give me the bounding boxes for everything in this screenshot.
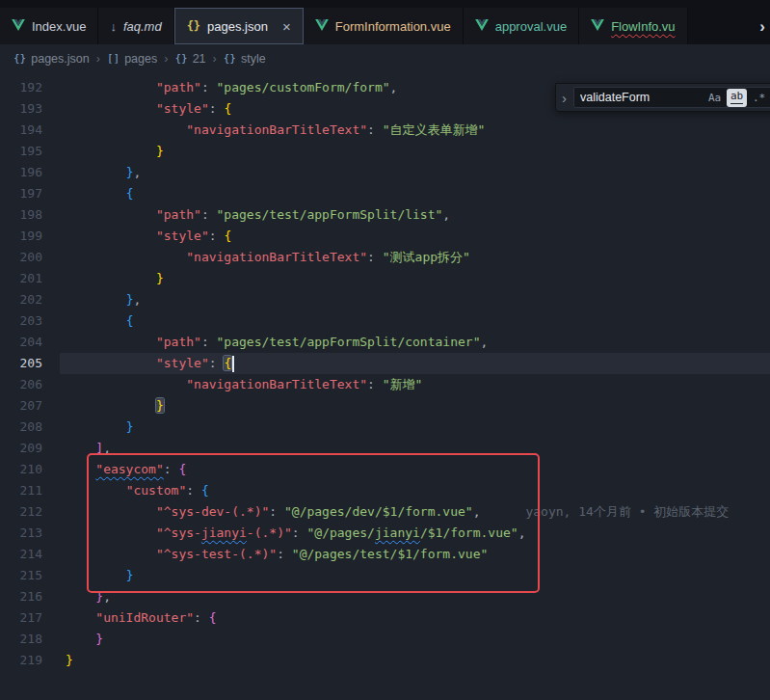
tab-approval-vue[interactable]: approval.vue [464, 8, 579, 44]
code-line-218[interactable]: 218 } [0, 629, 770, 650]
line-content: "custom": { [42, 480, 209, 501]
code-token: } [126, 419, 134, 434]
code-token: "easycom" [95, 462, 163, 476]
line-content: "uniIdRouter": { [42, 607, 217, 629]
code-token: : [186, 483, 201, 498]
code-line-212[interactable]: 212 "^sys-dev-(.*)": "@/pages/dev/$1/for… [0, 501, 770, 523]
code-line-211[interactable]: 211 "custom": { [0, 480, 770, 501]
code-line-197[interactable]: 197 { [0, 183, 770, 204]
code-token: "pages/test/appFormSplit/list" [217, 207, 443, 222]
code-line-210[interactable]: 210 "easycom": { [0, 459, 770, 480]
line-content: } [42, 141, 164, 162]
line-number: 195 [0, 141, 42, 162]
line-number: 215 [0, 565, 42, 586]
line-number: 198 [0, 204, 42, 226]
breadcrumb-item-21[interactable]: {}21 [174, 52, 205, 66]
code-line-199[interactable]: 199 "style": { [0, 226, 770, 247]
vue-icon [12, 19, 25, 34]
breadcrumb-separator: › [96, 52, 100, 66]
code-token: "^sys-test-(.*)" [156, 547, 277, 561]
text-cursor [232, 356, 234, 372]
code-token: , [390, 80, 398, 94]
code-token: { [126, 186, 134, 201]
find-option-match-case-icon[interactable]: Aa [704, 89, 725, 107]
code-token: "style" [156, 229, 209, 243]
code-line-194[interactable]: 194 "navigationBarTitleText": "自定义表单新增" [0, 120, 770, 141]
find-input[interactable]: validateForm Aaab.* [573, 87, 770, 108]
breadcrumb-item-style[interactable]: {}style [224, 52, 266, 66]
code-line-205[interactable]: 205 "style": { [0, 353, 770, 374]
code-token: : [164, 462, 179, 476]
tab-flow-info-vue[interactable]: FlowInfo.vu [579, 8, 687, 44]
find-option-whole-word-icon[interactable]: ab [727, 89, 747, 107]
code-token: , [442, 207, 450, 222]
code-line-206[interactable]: 206 "navigationBarTitleText": "新增" [0, 374, 770, 395]
code-token: ] [95, 441, 103, 455]
code-token: { [178, 462, 186, 476]
tab-label: pages.json [207, 19, 268, 34]
close-icon[interactable]: × [282, 19, 291, 34]
line-number: 200 [0, 247, 42, 268]
line-content: } [42, 565, 133, 586]
line-number: 206 [0, 374, 42, 395]
code-line-213[interactable]: 213 "^sys-jianyi-(.*)": "@/pages/jianyi/… [0, 523, 770, 544]
line-number: 207 [0, 395, 42, 417]
code-line-208[interactable]: 208 } [0, 417, 770, 438]
line-number: 209 [0, 438, 42, 459]
line-content: { [42, 183, 133, 204]
line-number: 196 [0, 162, 42, 183]
line-number: 208 [0, 417, 42, 438]
breadcrumb-item-pages[interactable]: []pages [107, 52, 157, 66]
tab-index-vue[interactable]: Index.vue [0, 8, 98, 44]
find-toggle-chevron-icon[interactable]: › [562, 90, 567, 106]
line-content: "navigationBarTitleText": "测试app拆分" [42, 247, 470, 268]
tab-pages-json[interactable]: {}pages.json× [174, 8, 304, 44]
code-token: : [292, 525, 307, 540]
find-option-regex-icon[interactable]: .* [749, 89, 769, 107]
code-area[interactable]: 192 "path": "pages/customForm/form",193 … [0, 72, 770, 671]
code-token: : [277, 547, 292, 561]
code-line-202[interactable]: 202 }, [0, 289, 770, 310]
line-number: 214 [0, 544, 42, 565]
tab-form-information-vue[interactable]: FormInformation.vue [304, 8, 464, 44]
code-token: "style" [156, 356, 209, 370]
code-line-204[interactable]: 204 "path": "pages/test/appFormSplit/con… [0, 332, 770, 353]
line-number: 213 [0, 523, 42, 544]
code-token: , [518, 525, 526, 540]
line-number: 192 [0, 77, 42, 98]
line-content: } [42, 395, 164, 417]
code-token: "path" [156, 80, 201, 94]
code-line-209[interactable]: 209 ], [0, 438, 770, 459]
code-token: "^sys-dev-(.*)" [156, 504, 269, 519]
code-token: : [209, 101, 225, 116]
tab-faq-md[interactable]: ↓faq.md [98, 8, 173, 44]
tab-overflow-chevron-icon[interactable]: › [759, 17, 765, 37]
code-line-195[interactable]: 195 } [0, 141, 770, 162]
code-line-201[interactable]: 201 } [0, 268, 770, 289]
code-token: { [126, 313, 134, 328]
code-token: "style" [156, 101, 209, 116]
code-line-196[interactable]: 196 }, [0, 162, 770, 183]
code-line-217[interactable]: 217 "uniIdRouter": { [0, 607, 770, 629]
code-token: "path" [156, 207, 201, 222]
code-line-216[interactable]: 216 }, [0, 586, 770, 607]
tab-label: FormInformation.vue [335, 19, 451, 34]
code-token: jianyi [201, 525, 247, 540]
code-line-219[interactable]: 219} [0, 650, 770, 671]
line-number: 212 [0, 501, 42, 523]
find-widget: › validateForm Aaab.* [555, 83, 770, 112]
code-token: /$1/form.vue" [420, 525, 518, 540]
breadcrumb-label: style [241, 52, 266, 66]
code-line-207[interactable]: 207 } [0, 395, 770, 417]
markdown-icon: ↓ [110, 19, 117, 34]
code-line-198[interactable]: 198 "path": "pages/test/appFormSplit/lis… [0, 204, 770, 226]
breadcrumb-item-pages.json[interactable]: {}pages.json [13, 52, 90, 66]
code-token: : [194, 610, 209, 625]
code-token: "^sys- [156, 525, 201, 540]
code-line-215[interactable]: 215 } [0, 565, 770, 586]
code-line-200[interactable]: 200 "navigationBarTitleText": "测试app拆分" [0, 247, 770, 268]
code-line-203[interactable]: 203 { [0, 310, 770, 332]
code-token: : [209, 356, 225, 370]
code-line-214[interactable]: 214 "^sys-test-(.*)": "@/pages/test/$1/f… [0, 544, 770, 565]
symbol-icon: [] [107, 52, 119, 65]
